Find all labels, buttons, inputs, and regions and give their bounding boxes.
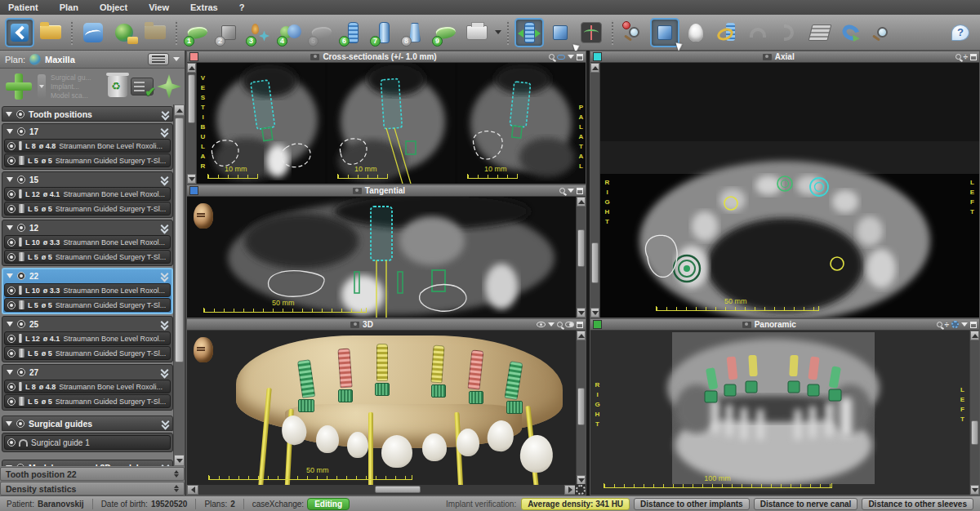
tangential-scrollbar[interactable] <box>576 197 586 318</box>
tangential-body[interactable]: 50 mm <box>187 197 586 318</box>
zoom-tool-button[interactable] <box>867 18 897 47</box>
implant-row[interactable]: L 10ø 3.3Straumann Bone Level Roxol... <box>4 235 171 249</box>
panoramic-body[interactable]: RIGHT LEFT 100 mm <box>590 331 979 495</box>
sleeve-row[interactable]: L 5ø 5Straumann Guided Surgery T-Sl... <box>4 346 171 360</box>
expand-spinner-icon[interactable] <box>174 485 179 492</box>
radio-icon[interactable] <box>16 420 24 428</box>
expand-spinner-icon[interactable] <box>174 470 179 478</box>
threed-body[interactable]: 50 mm <box>187 331 586 495</box>
distance-nerve-button[interactable]: Distance to nerve canal <box>754 498 858 510</box>
section-surgical-guides[interactable]: Surgical guides <box>2 415 173 431</box>
double-chevron-icon[interactable] <box>161 368 168 376</box>
view-settings-gear-icon[interactable] <box>575 484 586 495</box>
sleeve-row[interactable]: L 5ø 5Straumann Guided Surgery T-Sl... <box>4 153 171 167</box>
open-patient-button[interactable] <box>36 18 65 47</box>
tooth-group-15[interactable]: 15 L 12ø 4.1Straumann Bone Level Roxol..… <box>2 171 173 218</box>
tooth-position-bar[interactable]: Tooth position 22 <box>0 467 185 481</box>
tooth-group-27[interactable]: 27 L 8ø 4.8Straumann Bone Level Roxoli..… <box>2 364 173 411</box>
radio-icon[interactable] <box>7 383 16 391</box>
maximize-icon[interactable] <box>577 188 583 194</box>
panoramic-scrollbar[interactable] <box>969 331 979 495</box>
cross-slice-2[interactable]: 10 mm <box>327 63 455 184</box>
radio-icon[interactable] <box>7 238 16 247</box>
magnifier-icon[interactable] <box>549 54 555 60</box>
dropdown-arrow-icon[interactable] <box>568 189 574 193</box>
radio-icon[interactable] <box>7 142 16 150</box>
orientation-head-icon[interactable] <box>194 203 213 229</box>
tooth-group-12[interactable]: 12 L 10ø 3.3Straumann Bone Level Roxol..… <box>2 220 173 266</box>
menu-extras[interactable]: Extras <box>190 2 218 12</box>
axial-header[interactable]: Axial ÷ <box>590 51 979 63</box>
double-chevron-icon[interactable] <box>162 420 169 428</box>
sleeve-row[interactable]: L 5ø 5Straumann Guided Surgery T-Sl... <box>4 298 171 312</box>
magnifier-icon[interactable] <box>559 188 565 193</box>
camera-icon[interactable] <box>310 54 319 60</box>
implant-align-button[interactable] <box>514 18 544 47</box>
report-button[interactable] <box>140 18 170 47</box>
workflow-step-9-button[interactable]: 9 <box>431 18 461 47</box>
add-dropdown-button[interactable] <box>38 74 46 99</box>
tooth-group-17[interactable]: 17 L 8ø 4.8Straumann Bone Level Roxoli..… <box>2 123 173 170</box>
back-button[interactable] <box>5 18 34 47</box>
distance-implants-button[interactable]: Distance to other implants <box>634 498 750 510</box>
layers-button[interactable] <box>805 18 835 47</box>
plan-dropdown-arrow[interactable] <box>173 57 180 61</box>
cross-slice-1[interactable]: VESTIBULAR 10 mm <box>198 63 325 184</box>
delete-button[interactable] <box>108 76 127 97</box>
double-chevron-icon[interactable] <box>161 176 168 184</box>
radio-icon[interactable] <box>7 253 16 261</box>
collapse-triangle-icon[interactable] <box>7 370 13 375</box>
sleeve-row[interactable]: L 5ø 5Straumann Guided Surgery T-Sl... <box>4 202 171 216</box>
fit-view-button[interactable] <box>157 74 181 99</box>
casexchange-button[interactable] <box>109 18 139 47</box>
camera-icon[interactable] <box>353 188 362 194</box>
double-chevron-icon[interactable] <box>161 272 168 280</box>
radio-icon[interactable] <box>17 272 25 280</box>
collapse-triangle-icon[interactable] <box>7 177 13 182</box>
radio-icon[interactable] <box>17 127 25 136</box>
slice-split-icon[interactable]: ÷ <box>964 54 969 60</box>
sleeve-ring-button[interactable] <box>712 18 742 47</box>
menu-view[interactable]: View <box>149 2 169 12</box>
density-statistics-bar[interactable]: Density statistics <box>0 482 185 495</box>
implant-row[interactable]: L 8ø 4.8Straumann Bone Level Roxoli... <box>4 380 171 393</box>
cross-scrollbar[interactable] <box>187 63 197 184</box>
crosshair-button[interactable] <box>577 18 606 47</box>
eye-icon[interactable] <box>537 322 546 327</box>
radio-icon[interactable] <box>17 320 25 328</box>
distance-sleeves-button[interactable]: Distance to other sleeves <box>862 498 973 510</box>
print-button[interactable] <box>462 18 492 47</box>
scroll-up-button[interactable] <box>174 104 185 116</box>
collapse-triangle-icon[interactable] <box>7 322 13 327</box>
dropdown-arrow-icon[interactable] <box>568 55 574 59</box>
scroll-down-button[interactable] <box>174 455 185 466</box>
sidebar-scrollbar[interactable] <box>173 104 185 466</box>
double-chevron-icon[interactable] <box>162 110 169 118</box>
double-chevron-icon[interactable] <box>161 320 168 328</box>
radio-icon[interactable] <box>7 335 16 343</box>
collapse-triangle-icon[interactable] <box>7 273 13 278</box>
maximize-icon[interactable] <box>970 322 977 328</box>
magnifier-icon[interactable] <box>937 322 942 327</box>
threed-hscrollbar[interactable] <box>187 485 576 495</box>
threed-vscrollbar[interactable] <box>576 331 586 485</box>
tooth-group-22-selected[interactable]: 22 L 10ø 3.3Straumann Bone Level Roxol..… <box>2 268 173 314</box>
radio-icon[interactable] <box>7 438 16 447</box>
section-tooth-positions[interactable]: Tooth positions <box>2 106 173 122</box>
tooth-button[interactable] <box>681 18 710 47</box>
workflow-step-1-button[interactable]: 1 <box>183 18 212 47</box>
toggle-icon[interactable] <box>565 322 574 327</box>
menu-help[interactable]: ? <box>239 2 245 12</box>
radio-icon[interactable] <box>7 349 16 358</box>
collapse-triangle-icon[interactable] <box>7 225 13 230</box>
radio-icon[interactable] <box>7 287 16 295</box>
panoramic-header[interactable]: Panoramic ÷ <box>590 319 979 331</box>
magnifier-icon[interactable] <box>956 54 961 60</box>
workflow-step-5-button[interactable]: 5 <box>307 18 336 47</box>
double-chevron-icon[interactable] <box>161 127 168 136</box>
implant-row[interactable]: L 12ø 4.1Straumann Bone Level Roxol... <box>4 331 171 345</box>
cross-sectionals-header[interactable]: Cross-sectionals (+/- 1.0 mm) <box>187 51 586 63</box>
implant-row[interactable]: L 10ø 3.3Straumann Bone Level Roxol... <box>4 283 171 297</box>
threed-header[interactable]: 3D <box>187 319 586 331</box>
workflow-step-7-button[interactable]: 7 <box>369 18 399 47</box>
